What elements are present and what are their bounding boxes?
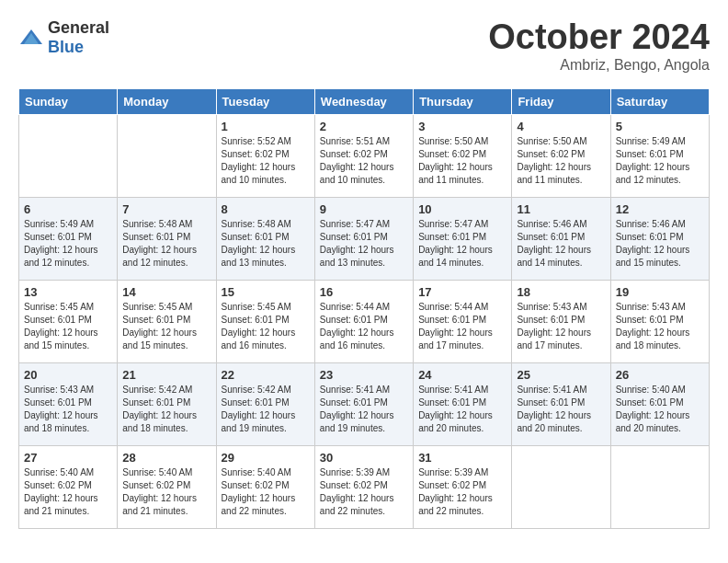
calendar-cell: 29Sunrise: 5:40 AMSunset: 6:02 PMDayligh… bbox=[216, 445, 314, 528]
day-number: 27 bbox=[24, 451, 112, 465]
day-info: Sunrise: 5:41 AMSunset: 6:01 PMDaylight:… bbox=[517, 384, 605, 435]
logo-text: General Blue bbox=[48, 18, 109, 57]
day-info: Sunrise: 5:41 AMSunset: 6:01 PMDaylight:… bbox=[418, 384, 506, 435]
day-info: Sunrise: 5:47 AMSunset: 6:01 PMDaylight:… bbox=[418, 218, 506, 270]
day-info: Sunrise: 5:40 AMSunset: 6:01 PMDaylight:… bbox=[616, 384, 704, 435]
header-day-friday: Friday bbox=[512, 88, 610, 114]
day-number: 18 bbox=[517, 285, 605, 299]
calendar-cell: 2Sunrise: 5:51 AMSunset: 6:02 PMDaylight… bbox=[314, 114, 413, 197]
calendar-cell: 18Sunrise: 5:43 AMSunset: 6:01 PMDayligh… bbox=[512, 280, 610, 362]
logo: General Blue bbox=[18, 18, 109, 57]
calendar-cell: 8Sunrise: 5:48 AMSunset: 6:01 PMDaylight… bbox=[216, 197, 314, 280]
day-info: Sunrise: 5:43 AMSunset: 6:01 PMDaylight:… bbox=[616, 301, 704, 352]
day-info: Sunrise: 5:45 AMSunset: 6:01 PMDaylight:… bbox=[24, 301, 112, 352]
calendar-cell: 15Sunrise: 5:45 AMSunset: 6:01 PMDayligh… bbox=[216, 280, 314, 362]
day-info: Sunrise: 5:44 AMSunset: 6:01 PMDaylight:… bbox=[320, 301, 408, 352]
day-info: Sunrise: 5:43 AMSunset: 6:01 PMDaylight:… bbox=[517, 301, 605, 352]
day-number: 30 bbox=[320, 451, 408, 465]
day-number: 7 bbox=[122, 202, 210, 216]
day-number: 11 bbox=[517, 202, 605, 216]
day-info: Sunrise: 5:46 AMSunset: 6:01 PMDaylight:… bbox=[517, 218, 605, 270]
calendar-cell: 4Sunrise: 5:50 AMSunset: 6:02 PMDaylight… bbox=[512, 114, 610, 197]
day-number: 1 bbox=[222, 120, 310, 133]
calendar-cell: 11Sunrise: 5:46 AMSunset: 6:01 PMDayligh… bbox=[512, 197, 610, 280]
calendar-cell: 21Sunrise: 5:42 AMSunset: 6:01 PMDayligh… bbox=[118, 362, 216, 445]
day-info: Sunrise: 5:50 AMSunset: 6:02 PMDaylight:… bbox=[517, 135, 605, 187]
generalblue-logo-icon bbox=[18, 28, 44, 48]
calendar-cell: 22Sunrise: 5:42 AMSunset: 6:01 PMDayligh… bbox=[216, 362, 314, 445]
day-number: 19 bbox=[616, 285, 704, 299]
calendar-cell: 14Sunrise: 5:45 AMSunset: 6:01 PMDayligh… bbox=[118, 280, 216, 362]
header-day-thursday: Thursday bbox=[414, 88, 512, 114]
day-info: Sunrise: 5:40 AMSunset: 6:02 PMDaylight:… bbox=[24, 466, 112, 518]
day-number: 4 bbox=[517, 120, 605, 133]
calendar-cell: 12Sunrise: 5:46 AMSunset: 6:01 PMDayligh… bbox=[610, 197, 709, 280]
day-number: 20 bbox=[24, 368, 112, 382]
day-info: Sunrise: 5:40 AMSunset: 6:02 PMDaylight:… bbox=[122, 466, 210, 518]
calendar-cell: 17Sunrise: 5:44 AMSunset: 6:01 PMDayligh… bbox=[414, 280, 512, 362]
day-info: Sunrise: 5:45 AMSunset: 6:01 PMDaylight:… bbox=[122, 301, 210, 352]
day-info: Sunrise: 5:46 AMSunset: 6:01 PMDaylight:… bbox=[616, 218, 704, 270]
month-title: October 2024 bbox=[488, 18, 710, 57]
day-number: 17 bbox=[418, 285, 506, 299]
calendar-cell: 27Sunrise: 5:40 AMSunset: 6:02 PMDayligh… bbox=[19, 445, 118, 528]
calendar-table: SundayMondayTuesdayWednesdayThursdayFrid… bbox=[18, 88, 710, 529]
location-subtitle: Ambriz, Bengo, Angola bbox=[488, 57, 710, 74]
day-number: 15 bbox=[222, 285, 310, 299]
day-info: Sunrise: 5:50 AMSunset: 6:02 PMDaylight:… bbox=[418, 135, 506, 187]
day-number: 12 bbox=[616, 202, 704, 216]
calendar-cell: 20Sunrise: 5:43 AMSunset: 6:01 PMDayligh… bbox=[19, 362, 118, 445]
header-day-saturday: Saturday bbox=[610, 88, 709, 114]
day-info: Sunrise: 5:49 AMSunset: 6:01 PMDaylight:… bbox=[24, 218, 112, 270]
calendar-cell: 30Sunrise: 5:39 AMSunset: 6:02 PMDayligh… bbox=[314, 445, 413, 528]
logo-general: General bbox=[48, 18, 109, 37]
day-info: Sunrise: 5:42 AMSunset: 6:01 PMDaylight:… bbox=[222, 384, 310, 435]
calendar-cell: 26Sunrise: 5:40 AMSunset: 6:01 PMDayligh… bbox=[610, 362, 709, 445]
calendar-cell: 7Sunrise: 5:48 AMSunset: 6:01 PMDaylight… bbox=[118, 197, 216, 280]
day-number: 29 bbox=[222, 451, 310, 465]
header-day-tuesday: Tuesday bbox=[216, 88, 314, 114]
calendar-cell: 16Sunrise: 5:44 AMSunset: 6:01 PMDayligh… bbox=[314, 280, 413, 362]
calendar-cell: 24Sunrise: 5:41 AMSunset: 6:01 PMDayligh… bbox=[414, 362, 512, 445]
day-info: Sunrise: 5:47 AMSunset: 6:01 PMDaylight:… bbox=[320, 218, 408, 270]
calendar-week-row: 27Sunrise: 5:40 AMSunset: 6:02 PMDayligh… bbox=[19, 445, 710, 528]
calendar-cell bbox=[610, 445, 709, 528]
calendar-week-row: 6Sunrise: 5:49 AMSunset: 6:01 PMDaylight… bbox=[19, 197, 710, 280]
day-info: Sunrise: 5:39 AMSunset: 6:02 PMDaylight:… bbox=[418, 466, 506, 518]
header: General Blue October 2024 Ambriz, Bengo,… bbox=[18, 18, 710, 74]
header-day-wednesday: Wednesday bbox=[314, 88, 413, 114]
calendar-cell: 19Sunrise: 5:43 AMSunset: 6:01 PMDayligh… bbox=[610, 280, 709, 362]
calendar-cell: 3Sunrise: 5:50 AMSunset: 6:02 PMDaylight… bbox=[414, 114, 512, 197]
day-number: 3 bbox=[418, 120, 506, 133]
day-number: 6 bbox=[24, 202, 112, 216]
calendar-cell: 10Sunrise: 5:47 AMSunset: 6:01 PMDayligh… bbox=[414, 197, 512, 280]
day-info: Sunrise: 5:48 AMSunset: 6:01 PMDaylight:… bbox=[122, 218, 210, 270]
day-info: Sunrise: 5:41 AMSunset: 6:01 PMDaylight:… bbox=[320, 384, 408, 435]
header-day-monday: Monday bbox=[118, 88, 216, 114]
day-info: Sunrise: 5:49 AMSunset: 6:01 PMDaylight:… bbox=[616, 135, 704, 187]
day-number: 16 bbox=[320, 285, 408, 299]
calendar-cell: 23Sunrise: 5:41 AMSunset: 6:01 PMDayligh… bbox=[314, 362, 413, 445]
calendar-cell: 28Sunrise: 5:40 AMSunset: 6:02 PMDayligh… bbox=[118, 445, 216, 528]
day-number: 25 bbox=[517, 368, 605, 382]
calendar-cell: 31Sunrise: 5:39 AMSunset: 6:02 PMDayligh… bbox=[414, 445, 512, 528]
day-info: Sunrise: 5:45 AMSunset: 6:01 PMDaylight:… bbox=[222, 301, 310, 352]
day-number: 26 bbox=[616, 368, 704, 382]
calendar-cell: 25Sunrise: 5:41 AMSunset: 6:01 PMDayligh… bbox=[512, 362, 610, 445]
day-number: 2 bbox=[320, 120, 408, 133]
day-number: 8 bbox=[222, 202, 310, 216]
day-number: 5 bbox=[616, 120, 704, 133]
day-number: 9 bbox=[320, 202, 408, 216]
day-info: Sunrise: 5:40 AMSunset: 6:02 PMDaylight:… bbox=[222, 466, 310, 518]
calendar-cell: 1Sunrise: 5:52 AMSunset: 6:02 PMDaylight… bbox=[216, 114, 314, 197]
day-info: Sunrise: 5:44 AMSunset: 6:01 PMDaylight:… bbox=[418, 301, 506, 352]
day-number: 13 bbox=[24, 285, 112, 299]
day-info: Sunrise: 5:43 AMSunset: 6:01 PMDaylight:… bbox=[24, 384, 112, 435]
day-number: 24 bbox=[418, 368, 506, 382]
calendar-cell bbox=[118, 114, 216, 197]
day-number: 22 bbox=[222, 368, 310, 382]
day-number: 10 bbox=[418, 202, 506, 216]
calendar-cell bbox=[512, 445, 610, 528]
logo-blue: Blue bbox=[48, 38, 84, 56]
calendar-week-row: 13Sunrise: 5:45 AMSunset: 6:01 PMDayligh… bbox=[19, 280, 710, 362]
